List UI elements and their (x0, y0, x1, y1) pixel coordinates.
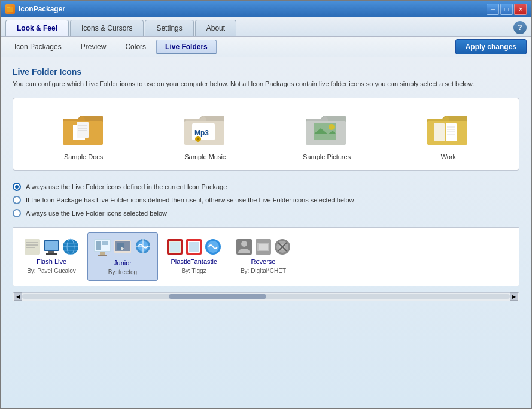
reverse-name: Reverse (251, 258, 276, 265)
apply-changes-button[interactable]: Apply changes (455, 39, 527, 54)
radio-1-label: Always use the Live Folder icons defined… (26, 183, 227, 190)
toolbar-tab-colors[interactable]: Colors (116, 40, 155, 54)
radio-2-circle (13, 196, 21, 204)
reverse-icons (235, 238, 291, 256)
app-icon (5, 4, 15, 14)
plastic-fantastic-author: By: Tiggz (181, 268, 206, 274)
title-bar: IconPackager ─ □ ✕ (1, 1, 531, 17)
scroll-left-arrow[interactable]: ◀ (14, 292, 22, 301)
reverse-icon-3 (273, 238, 291, 256)
flash-live-icons (23, 238, 80, 256)
section-description: You can configure which Live Folder icon… (13, 79, 519, 89)
reverse-icon-2 (254, 238, 272, 256)
folder-docs-label: Sample Docs (64, 153, 103, 160)
help-button[interactable]: ? (513, 21, 527, 34)
reverse-author: By: Digital*CHET (241, 268, 286, 274)
scroll-right-arrow[interactable]: ▶ (510, 292, 518, 301)
scrollbar-thumb[interactable] (169, 294, 266, 299)
folder-work: Work (424, 108, 472, 160)
folder-music-label: Sample Music (184, 153, 226, 160)
flash-live-name: Flash Live (37, 258, 66, 265)
folder-music-icon: Mp3 (181, 108, 229, 150)
junior-icons: ▶ (93, 238, 153, 257)
svg-rect-48 (170, 242, 180, 252)
plastic-icon-1 (166, 238, 184, 256)
plastic-icon-3 (204, 238, 222, 256)
main-window: IconPackager ─ □ ✕ Look & Feel Icons & C… (0, 0, 532, 409)
tab-icons-cursors[interactable]: Icons & Cursors (70, 20, 144, 36)
radio-1-circle (13, 183, 21, 191)
folder-pictures-icon (303, 108, 351, 150)
package-reverse[interactable]: Reverse By: Digital*CHET (230, 232, 297, 280)
package-plastic-fantastic[interactable]: PlasticFantastic By: Tiggz (160, 232, 227, 280)
folder-work-icon (424, 108, 472, 150)
radio-option-1[interactable]: Always use the Live Folder icons defined… (13, 183, 519, 191)
svg-rect-34 (96, 241, 101, 250)
flash-live-icon-1 (23, 238, 41, 256)
svg-rect-24 (45, 241, 58, 250)
svg-point-12 (329, 124, 335, 130)
folder-sample-docs: Sample Docs (60, 108, 108, 160)
minimize-button[interactable]: ─ (487, 4, 499, 15)
maximize-button[interactable]: □ (500, 4, 513, 15)
radio-3-circle (13, 209, 21, 217)
svg-rect-58 (259, 244, 268, 250)
junior-name: Junior (114, 259, 132, 266)
package-flash-live[interactable]: Flash Live By: Pavel Gucalov (18, 232, 85, 280)
svg-point-55 (241, 241, 247, 247)
folder-preview-box: Sample Docs Mp3 Sample Music (13, 98, 519, 171)
svg-rect-36 (100, 252, 105, 255)
scrollbar-track[interactable] (22, 294, 510, 299)
package-scroll-container: Flash Live By: Pavel Gucalov (13, 227, 519, 286)
close-button[interactable]: ✕ (514, 4, 527, 15)
svg-rect-13 (434, 123, 445, 141)
junior-icon-2: ▶ (113, 238, 132, 257)
svg-rect-51 (189, 242, 199, 252)
folder-sample-pictures: Sample Pictures (303, 108, 351, 160)
flash-live-author: By: Pavel Gucalov (27, 268, 76, 274)
radio-option-3[interactable]: Always use the Live Folder icons selecte… (13, 209, 519, 217)
flash-live-icon-3 (62, 238, 80, 256)
svg-rect-37 (98, 255, 107, 256)
junior-author: By: treetog (108, 269, 137, 275)
folder-sample-music: Mp3 Sample Music (181, 108, 229, 160)
folder-work-label: Work (441, 153, 456, 160)
svg-rect-25 (48, 251, 54, 253)
tab-settings[interactable]: Settings (145, 20, 193, 36)
plastic-fantastic-icons (166, 238, 222, 256)
package-junior[interactable]: ▶ Junior By: treetog (87, 232, 158, 281)
tab-look-feel[interactable]: Look & Feel (5, 20, 69, 36)
radio-2-label: If the Icon Package has Live Folder icon… (26, 196, 354, 204)
plastic-icon-2 (185, 238, 203, 256)
tab-about[interactable]: About (195, 20, 236, 36)
svg-rect-1 (7, 7, 10, 8)
content-area: Live Folder Icons You can configure whic… (1, 57, 531, 408)
junior-icon-3 (133, 238, 153, 257)
toolbar-tab-live-folders[interactable]: Live Folders (156, 40, 217, 54)
toolbar: Icon Packages Preview Colors Live Folder… (1, 37, 531, 57)
section-header: Live Folder Icons You can configure whic… (13, 67, 519, 89)
reverse-icon-1 (235, 238, 253, 256)
svg-rect-19 (25, 239, 40, 255)
svg-point-10 (197, 138, 199, 140)
title-bar-controls: ─ □ ✕ (487, 4, 527, 15)
folder-pictures-label: Sample Pictures (303, 153, 351, 160)
section-title: Live Folder Icons (13, 67, 519, 77)
plastic-fantastic-name: PlasticFantastic (171, 258, 217, 265)
svg-rect-14 (446, 123, 457, 141)
radio-3-label: Always use the Live Folder icons selecte… (26, 210, 167, 217)
folder-docs-icon (60, 108, 108, 150)
radio-option-2[interactable]: If the Icon Package has Live Folder icon… (13, 196, 519, 204)
radio-options-group: Always use the Live Folder icons defined… (13, 183, 519, 217)
junior-icon-1 (93, 238, 112, 257)
toolbar-tab-icon-packages[interactable]: Icon Packages (5, 40, 71, 54)
svg-rect-35 (102, 241, 108, 245)
flash-live-icon-2 (42, 238, 60, 256)
toolbar-tab-preview[interactable]: Preview (72, 40, 115, 54)
svg-rect-26 (46, 253, 57, 255)
horizontal-scrollbar[interactable]: ◀ ▶ (13, 292, 519, 301)
svg-text:Mp3: Mp3 (194, 129, 209, 137)
package-list[interactable]: Flash Live By: Pavel Gucalov (13, 228, 519, 286)
app-title: IconPackager (19, 5, 487, 13)
main-tab-bar: Look & Feel Icons & Cursors Settings Abo… (1, 17, 531, 37)
